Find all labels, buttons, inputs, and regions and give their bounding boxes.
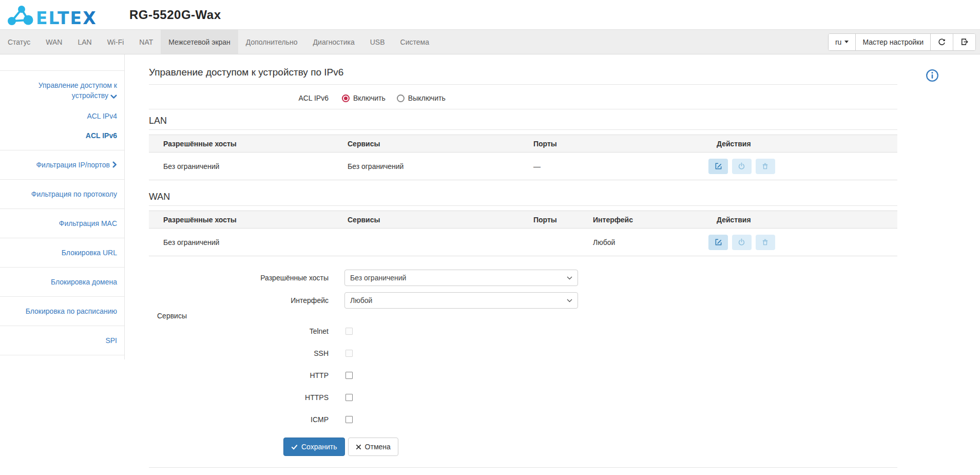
trash-icon xyxy=(761,238,769,246)
edit-button[interactable] xyxy=(708,159,728,174)
lan-ports-cell: — xyxy=(519,153,702,180)
x-icon xyxy=(356,444,361,450)
column-header-hosts: Разрешённые хосты xyxy=(149,135,333,153)
ssh-label: SSH xyxy=(149,349,329,357)
https-checkbox[interactable] xyxy=(345,394,353,401)
icmp-checkbox[interactable] xyxy=(345,416,353,423)
check-icon xyxy=(291,444,298,450)
language-label: ru xyxy=(835,38,841,46)
main-content: Управление доступом к устройству по IPv6… xyxy=(125,54,897,468)
lan-services-cell: Без ограничений xyxy=(333,153,519,180)
logout-icon xyxy=(960,37,969,46)
chevron-right-icon xyxy=(112,161,117,168)
sidebar-item-acl-ipv6[interactable]: ACL IPv6 xyxy=(7,131,117,140)
logout-button[interactable] xyxy=(953,34,975,50)
sidebar-item-schedule-block[interactable]: Блокировка по расписанию xyxy=(0,296,124,326)
tab-nat[interactable]: NAT xyxy=(131,30,161,54)
interface-field-label: Интерфейс xyxy=(149,296,329,305)
acl-ipv6-label: ACL IPv6 xyxy=(149,94,329,102)
tab-usb[interactable]: USB xyxy=(362,30,393,54)
lan-table-header-row: Разрешённые хосты Сервисы Порты Действия xyxy=(149,135,897,153)
ssh-checkbox xyxy=(345,350,353,357)
tab-firewall[interactable]: Межсетевой экран xyxy=(161,30,238,54)
hosts-select[interactable]: Без ограничений xyxy=(344,270,578,286)
delete-button[interactable] xyxy=(756,159,775,174)
tab-advanced[interactable]: Дополнительно xyxy=(238,30,305,54)
page-title: Управление доступом к устройству по IPv6 xyxy=(149,66,897,79)
tab-wifi[interactable]: Wi-Fi xyxy=(100,30,132,54)
column-header-interface: Интерфейс xyxy=(579,211,702,229)
lan-acl-table: Разрешённые хосты Сервисы Порты Действия… xyxy=(149,135,897,180)
service-row-https: HTTPS xyxy=(149,393,897,402)
sidebar: Управление доступом к устройству ACL IPv… xyxy=(0,54,125,359)
interface-field-row: Интерфейс Любой xyxy=(149,292,897,309)
interface-select[interactable]: Любой xyxy=(344,292,578,309)
sidebar-item-domain-block[interactable]: Блокировка домена xyxy=(0,267,124,296)
wan-services-cell xyxy=(333,229,519,256)
lan-hosts-cell: Без ограничений xyxy=(149,153,333,180)
radio-disable[interactable]: Выключить xyxy=(397,94,446,102)
tab-wan[interactable]: WAN xyxy=(38,30,70,54)
http-checkbox[interactable] xyxy=(345,372,353,379)
column-header-actions: Действия xyxy=(702,211,897,229)
column-header-services: Сервисы xyxy=(333,211,519,229)
wan-acl-table: Разрешённые хосты Сервисы Порты Интерфей… xyxy=(149,211,897,256)
column-header-actions: Действия xyxy=(702,135,897,153)
sidebar-item-spi[interactable]: SPI xyxy=(0,326,124,355)
sidebar-item-url-block[interactable]: Блокировка URL xyxy=(0,238,124,267)
sidebar-item-acl-ipv4[interactable]: ACL IPv4 xyxy=(7,112,117,120)
chevron-down-icon xyxy=(567,276,572,280)
power-button[interactable] xyxy=(732,235,752,250)
info-icon xyxy=(926,69,939,82)
sidebar-group-access-control: Управление доступом к устройству ACL IPv… xyxy=(0,70,124,150)
form-buttons: Сохранить Отмена xyxy=(283,438,897,456)
setup-wizard-button[interactable]: Мастер настройки xyxy=(855,34,930,50)
edit-icon xyxy=(715,238,722,246)
service-row-http: HTTP xyxy=(149,371,897,379)
radio-unselected-icon[interactable] xyxy=(397,94,405,102)
sidebar-item-ip-port-filter[interactable]: Фильтрация IP/портов xyxy=(0,150,124,179)
radio-selected-icon[interactable] xyxy=(342,94,350,102)
power-icon xyxy=(738,238,745,246)
power-icon xyxy=(738,162,745,170)
power-button[interactable] xyxy=(732,159,752,174)
tab-system[interactable]: Система xyxy=(393,30,437,54)
service-row-telnet: Telnet xyxy=(149,327,897,335)
tab-status[interactable]: Статус xyxy=(0,30,38,54)
delete-button[interactable] xyxy=(756,235,775,250)
info-button[interactable] xyxy=(926,69,939,82)
wan-hosts-cell: Без ограничений xyxy=(149,229,333,256)
trash-icon xyxy=(761,162,769,170)
tab-diagnostics[interactable]: Диагностика xyxy=(305,30,362,54)
lan-section-title: LAN xyxy=(149,115,897,127)
acl-ipv6-setting-row: ACL IPv6 Включить Выключить xyxy=(149,90,897,106)
nav-tabs: Статус WAN LAN Wi-Fi NAT Межсетевой экра… xyxy=(0,30,437,54)
wan-interface-cell: Любой xyxy=(579,229,702,256)
top-header: ELTEX RG-5520G-Wax xyxy=(0,0,980,29)
sidebar-item-access-control[interactable]: Управление доступом к устройству xyxy=(7,80,117,101)
services-section-label: Сервисы xyxy=(157,312,897,320)
sidebar-item-label: Управление доступом к устройству xyxy=(39,81,117,100)
divider xyxy=(149,84,897,85)
chevron-down-icon xyxy=(567,299,572,302)
wan-table-header-row: Разрешённые хосты Сервисы Порты Интерфей… xyxy=(149,211,897,229)
radio-enable[interactable]: Включить xyxy=(342,94,386,102)
cancel-button[interactable]: Отмена xyxy=(348,438,398,456)
acl-radio-group: Включить Выключить xyxy=(342,94,446,102)
http-label: HTTP xyxy=(149,371,329,379)
refresh-button[interactable] xyxy=(930,34,953,50)
save-button[interactable]: Сохранить xyxy=(283,438,345,456)
column-header-ports: Порты xyxy=(519,135,702,153)
divider xyxy=(149,467,897,468)
eltex-logo: ELTEX xyxy=(5,3,103,27)
tab-lan[interactable]: LAN xyxy=(70,30,99,54)
edit-button[interactable] xyxy=(708,235,728,250)
sidebar-item-mac-filter[interactable]: Фильтрация MAC xyxy=(0,208,124,238)
wan-table-row: Без ограничений Любой xyxy=(149,229,897,256)
sidebar-item-protocol-filter[interactable]: Фильтрация по протоколу xyxy=(0,179,124,208)
language-dropdown[interactable]: ru xyxy=(829,34,855,50)
icmp-label: ICMP xyxy=(149,415,329,424)
device-title: RG-5520G-Wax xyxy=(129,8,221,22)
divider xyxy=(149,109,897,109)
service-row-ssh: SSH xyxy=(149,349,897,357)
